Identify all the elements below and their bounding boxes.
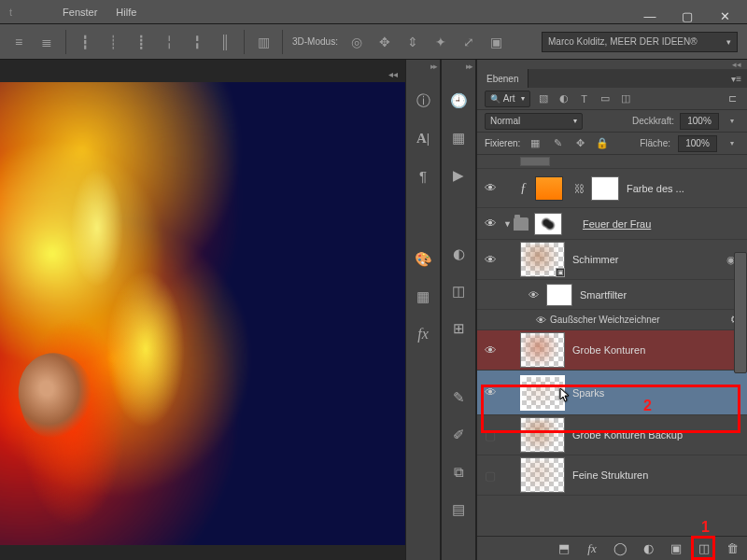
distribute-icon[interactable]: ╏ (188, 33, 206, 51)
filter-kind-dropdown[interactable]: 🔍 Art▾ (485, 91, 530, 107)
layer-name: Grobe Konturen Backup (572, 429, 741, 441)
canvas[interactable] (0, 82, 411, 545)
fill-input[interactable]: 100% (678, 135, 717, 152)
lock-position-icon[interactable]: ✥ (572, 136, 587, 151)
disclosure-open-icon[interactable]: ▼ (503, 219, 512, 229)
distribute-icon[interactable]: ▥ (254, 33, 273, 51)
workspace-dropdown[interactable]: Marco Kolditz, MEER DER IDEEN® ▾ (542, 32, 738, 52)
chevron-down-icon[interactable]: ▾ (725, 114, 740, 129)
menu-hilfe[interactable]: Hilfe (116, 7, 136, 18)
blend-mode-dropdown[interactable]: Normal▾ (485, 113, 583, 130)
3d-orbit-icon[interactable]: ◎ (347, 33, 366, 51)
navigator-icon[interactable]: ⊞ (449, 319, 468, 338)
opacity-input[interactable]: 100% (680, 113, 719, 130)
minimize-button[interactable]: — (641, 9, 658, 22)
menu-fenster[interactable]: Fenster (63, 7, 97, 18)
tool-presets-icon[interactable]: ▤ (449, 500, 468, 519)
link-layers-icon[interactable]: ⬒ (557, 541, 571, 556)
history-icon[interactable]: 🕘 (449, 91, 468, 110)
tab-layers[interactable]: Ebenen (477, 69, 529, 88)
layer-row[interactable]: 👁 ƒ ⛓ Farbe des ... (477, 169, 747, 208)
layer-row[interactable]: 👁 Grobe Konturen (477, 330, 747, 371)
chevron-down-icon[interactable]: ▾ (725, 136, 740, 151)
layer-row[interactable]: ▢ Grobe Konturen Backup (477, 415, 747, 455)
visibility-off-icon[interactable]: ▢ (477, 469, 503, 483)
separator (65, 30, 66, 54)
filter-type-icon[interactable]: T (577, 91, 592, 106)
collapsed-panel-strip-2: ▸▸ 🕘 ▦ ▶ ◐ ◫ ⊞ ✎ ✐ ⧉ ▤ (441, 60, 476, 560)
styles-icon[interactable]: fx (414, 325, 432, 343)
smartfilter-item[interactable]: 👁 Gaußscher Weichzeichner ⚙ (477, 310, 747, 330)
maximize-button[interactable]: ▢ (679, 9, 696, 22)
visibility-eye-icon[interactable]: 👁 (477, 253, 503, 267)
actions-icon[interactable]: ▦ (449, 129, 468, 147)
info-icon[interactable]: ⓘ (414, 91, 432, 110)
paragraph-icon[interactable]: ¶ (414, 166, 432, 185)
layer-panel-footer: ⬒ fx ◯ ◐ ▣ ◫ 🗑 (477, 536, 747, 560)
visibility-eye-icon[interactable]: 👁 (531, 315, 550, 326)
brush-icon[interactable]: ✎ (449, 388, 468, 407)
visibility-eye-icon[interactable]: 👁 (477, 217, 503, 231)
new-group-icon[interactable]: ▣ (669, 541, 684, 556)
align-icon[interactable]: ≣ (37, 33, 56, 51)
smartfilter-row[interactable]: 👁 Smartfilter (477, 280, 747, 310)
close-button[interactable]: ✕ (716, 9, 733, 22)
expand-icon[interactable]: ▸▸ (466, 62, 472, 71)
layer-row[interactable]: ▢ Feine Strukturen (477, 455, 747, 496)
clone-source-icon[interactable]: ⧉ (449, 463, 468, 482)
channels-icon[interactable]: ◫ (449, 282, 468, 301)
layer-row-selected[interactable]: 👁 Sparks (477, 371, 747, 415)
layer-mask-icon[interactable]: ◯ (613, 541, 627, 556)
layer-fx-icon[interactable]: fx (585, 541, 599, 556)
lock-transparency-icon[interactable]: ▦ (528, 136, 543, 151)
delete-layer-icon[interactable]: 🗑 (725, 541, 740, 556)
layer-row[interactable]: 👁 ▣ Schimmer ◉ (477, 240, 747, 280)
filter-pixel-icon[interactable]: ▧ (536, 91, 551, 106)
folder-icon (514, 217, 529, 231)
brush-presets-icon[interactable]: ✐ (449, 426, 468, 444)
visibility-off-icon[interactable]: ▢ (477, 428, 503, 442)
distribute-icon[interactable]: ║ (216, 33, 234, 51)
3d-camera-icon[interactable]: ▣ (487, 33, 506, 51)
distribute-icon[interactable]: ┋ (132, 33, 150, 51)
lock-all-icon[interactable]: 🔒 (595, 136, 610, 151)
3d-slide-icon[interactable]: ✦ (431, 33, 450, 51)
new-layer-icon[interactable]: ◫ (697, 541, 712, 556)
filter-shape-icon[interactable]: ▭ (598, 91, 613, 106)
menu-bar: t Fenster Hilfe (0, 0, 747, 24)
play-icon[interactable]: ▶ (449, 166, 468, 185)
filter-adjust-icon[interactable]: ◐ (557, 91, 571, 106)
visibility-eye-icon[interactable]: 👁 (477, 343, 503, 357)
adjustment-layer-icon[interactable]: ◐ (641, 541, 655, 556)
collapse-icon[interactable]: ◂◂ (388, 69, 398, 82)
scrollbar-thumb[interactable] (734, 252, 747, 373)
flame-artwork (0, 82, 243, 545)
blend-mode-label: Normal (490, 116, 520, 126)
fill-layer-icon: ƒ (520, 181, 535, 196)
layer-name: Sparks (572, 387, 741, 399)
swatches-icon[interactable]: 🎨 (414, 250, 432, 269)
distribute-icon[interactable]: ┊ (104, 33, 122, 51)
separator (244, 30, 245, 54)
distribute-icon[interactable]: ╎ (160, 33, 178, 51)
lock-pixels-icon[interactable]: ✎ (550, 136, 565, 151)
color-icon[interactable]: ▦ (414, 287, 432, 306)
blend-row: Normal▾ Deckkraft: 100% ▾ (477, 110, 747, 133)
visibility-eye-icon[interactable]: 👁 (477, 385, 503, 399)
expand-icon[interactable]: ▸▸ (430, 62, 436, 71)
align-icon[interactable]: ≡ (9, 33, 28, 51)
3d-dolly-icon[interactable]: ⇕ (403, 33, 422, 51)
3d-scale-icon[interactable]: ⤢ (459, 33, 478, 51)
layers-panel: ◂◂ Ebenen ▾≡ 🔍 Art▾ ▧ ◐ T ▭ ◫ ⊏ Normal▾ … (476, 60, 747, 560)
filter-smart-icon[interactable]: ◫ (618, 91, 633, 106)
filter-toggle[interactable]: ⊏ (725, 91, 740, 106)
distribute-icon[interactable]: ┇ (76, 33, 94, 51)
layer-group-row[interactable]: 👁 ▼ Feuer der Frau (477, 208, 747, 240)
character-icon[interactable]: A| (414, 129, 432, 147)
3d-pan-icon[interactable]: ✥ (375, 33, 394, 51)
panel-menu-icon[interactable]: ▾≡ (726, 74, 747, 84)
annotation-highlight (691, 536, 715, 560)
adjustments-icon[interactable]: ◐ (449, 245, 468, 263)
visibility-eye-icon[interactable]: 👁 (520, 289, 546, 301)
visibility-eye-icon[interactable]: 👁 (477, 181, 503, 195)
